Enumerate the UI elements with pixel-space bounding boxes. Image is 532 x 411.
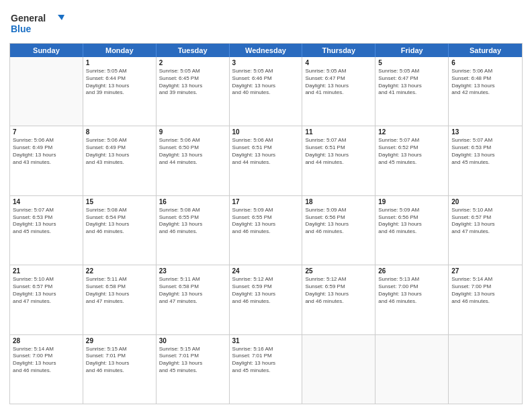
calendar-cell: 21Sunrise: 5:10 AMSunset: 6:57 PMDayligh… <box>10 265 83 334</box>
cell-info-line: Sunset: 6:57 PM <box>13 283 80 291</box>
cell-info-line: Daylight: 13 hours <box>451 83 519 90</box>
cell-info-line: Sunrise: 5:07 AM <box>305 137 372 144</box>
calendar-cell <box>449 335 522 404</box>
cell-info-line: Sunset: 6:51 PM <box>232 144 300 152</box>
day-number: 27 <box>451 267 519 275</box>
calendar-cell: 25Sunrise: 5:12 AMSunset: 6:59 PMDayligh… <box>302 265 375 334</box>
day-number: 4 <box>305 59 372 66</box>
cell-info-line: and 45 minutes. <box>13 228 80 236</box>
calendar-cell: 17Sunrise: 5:09 AMSunset: 6:55 PMDayligh… <box>230 196 303 265</box>
calendar-cell: 9Sunrise: 5:06 AMSunset: 6:50 PMDaylight… <box>157 126 230 195</box>
day-number: 24 <box>232 267 300 275</box>
day-number: 6 <box>451 59 519 66</box>
cell-info-line: Sunrise: 5:14 AM <box>451 276 519 283</box>
cell-info-line: Sunrise: 5:07 AM <box>451 137 519 144</box>
cell-info-line: and 46 minutes. <box>305 228 372 236</box>
cell-info-line: and 40 minutes. <box>232 89 300 97</box>
page: General Blue SundayMondayTuesdayWednesda… <box>0 0 532 411</box>
day-number: 26 <box>378 267 445 275</box>
cell-info-line: Daylight: 13 hours <box>451 291 519 298</box>
header-day-saturday: Saturday <box>449 44 522 57</box>
cell-info-line: Sunset: 6:49 PM <box>86 144 153 152</box>
cell-info-line: Daylight: 13 hours <box>378 83 445 90</box>
cell-info-line: Sunset: 6:59 PM <box>305 283 372 291</box>
day-number: 9 <box>159 128 226 136</box>
cell-info-line: and 44 minutes. <box>232 159 300 167</box>
cell-info-line: Sunset: 6:47 PM <box>305 75 372 83</box>
calendar-week-5: 28Sunrise: 5:14 AMSunset: 7:00 PMDayligh… <box>10 335 522 404</box>
calendar-cell: 14Sunrise: 5:07 AMSunset: 6:53 PMDayligh… <box>10 196 83 265</box>
day-number: 17 <box>232 198 300 205</box>
cell-info-line: Daylight: 13 hours <box>305 83 372 90</box>
cell-info-line: Daylight: 13 hours <box>86 83 153 90</box>
header-day-thursday: Thursday <box>302 44 375 57</box>
cell-info-line: and 47 minutes. <box>451 228 519 236</box>
cell-info-line: Daylight: 13 hours <box>159 152 226 159</box>
header-day-wednesday: Wednesday <box>230 44 303 57</box>
cell-info-line: Daylight: 13 hours <box>86 221 153 228</box>
cell-info-line: Sunrise: 5:07 AM <box>13 207 80 214</box>
calendar-cell: 6Sunrise: 5:06 AMSunset: 6:48 PMDaylight… <box>449 57 522 126</box>
cell-info-line: Sunrise: 5:09 AM <box>305 207 372 214</box>
calendar-cell: 5Sunrise: 5:05 AMSunset: 6:47 PMDaylight… <box>375 57 449 126</box>
cell-info-line: Sunset: 6:44 PM <box>86 75 153 83</box>
cell-info-line: Sunrise: 5:06 AM <box>232 137 300 144</box>
calendar-cell <box>10 57 83 126</box>
logo-content: General Blue <box>9 9 73 39</box>
cell-info-line: and 43 minutes. <box>86 159 153 167</box>
cell-info-line: Daylight: 13 hours <box>378 152 445 159</box>
cell-info-line: Sunrise: 5:13 AM <box>378 276 445 283</box>
cell-info-line: and 46 minutes. <box>305 298 372 306</box>
day-number: 16 <box>159 198 226 205</box>
cell-info-line: Sunrise: 5:14 AM <box>13 346 80 353</box>
cell-info-line: Daylight: 13 hours <box>305 291 372 298</box>
cell-info-line: Sunrise: 5:12 AM <box>305 276 372 283</box>
cell-info-line: Sunset: 7:01 PM <box>159 353 226 360</box>
calendar-cell: 15Sunrise: 5:08 AMSunset: 6:54 PMDayligh… <box>83 196 157 265</box>
cell-info-line: Daylight: 13 hours <box>305 152 372 159</box>
cell-info-line: Sunset: 6:56 PM <box>378 214 445 222</box>
calendar-cell: 7Sunrise: 5:06 AMSunset: 6:49 PMDaylight… <box>10 126 83 195</box>
cell-info-line: and 45 minutes. <box>159 367 226 375</box>
cell-info-line: and 43 minutes. <box>13 159 80 167</box>
cell-info-line: Daylight: 13 hours <box>378 221 445 228</box>
cell-info-line: Sunrise: 5:08 AM <box>86 207 153 214</box>
day-number: 13 <box>451 128 519 136</box>
cell-info-line: Daylight: 13 hours <box>378 291 445 298</box>
day-number: 25 <box>305 267 372 275</box>
calendar-cell: 10Sunrise: 5:06 AMSunset: 6:51 PMDayligh… <box>230 126 303 195</box>
cell-info-line: and 46 minutes. <box>232 228 300 236</box>
logo-svg: General Blue <box>9 9 73 36</box>
calendar-week-4: 21Sunrise: 5:10 AMSunset: 6:57 PMDayligh… <box>10 265 522 334</box>
cell-info-line: Sunset: 6:52 PM <box>378 144 445 152</box>
calendar-cell: 23Sunrise: 5:11 AMSunset: 6:58 PMDayligh… <box>157 265 230 334</box>
cell-info-line: Sunrise: 5:10 AM <box>13 276 80 283</box>
cell-info-line: Sunset: 6:54 PM <box>86 214 153 222</box>
cell-info-line: Sunrise: 5:06 AM <box>86 137 153 144</box>
header-day-tuesday: Tuesday <box>157 44 230 57</box>
calendar-cell: 1Sunrise: 5:05 AMSunset: 6:44 PMDaylight… <box>83 57 157 126</box>
cell-info-line: and 45 minutes. <box>451 159 519 167</box>
cell-info-line: Daylight: 13 hours <box>159 360 226 367</box>
calendar-cell: 16Sunrise: 5:08 AMSunset: 6:55 PMDayligh… <box>157 196 230 265</box>
calendar-cell: 27Sunrise: 5:14 AMSunset: 7:00 PMDayligh… <box>449 265 522 334</box>
calendar-cell: 26Sunrise: 5:13 AMSunset: 7:00 PMDayligh… <box>375 265 449 334</box>
day-number: 29 <box>86 337 153 345</box>
cell-info-line: Sunset: 7:01 PM <box>232 353 300 360</box>
calendar-cell <box>302 335 375 404</box>
cell-info-line: Sunset: 6:59 PM <box>232 283 300 291</box>
cell-info-line: Sunset: 6:56 PM <box>305 214 372 222</box>
calendar-cell: 13Sunrise: 5:07 AMSunset: 6:53 PMDayligh… <box>449 126 522 195</box>
header-day-monday: Monday <box>83 44 157 57</box>
cell-info-line: Sunrise: 5:05 AM <box>159 68 226 75</box>
calendar-week-1: 1Sunrise: 5:05 AMSunset: 6:44 PMDaylight… <box>10 57 522 126</box>
cell-info-line: Sunrise: 5:05 AM <box>305 68 372 75</box>
cell-info-line: Daylight: 13 hours <box>86 152 153 159</box>
header: General Blue <box>9 7 523 39</box>
cell-info-line: and 41 minutes. <box>305 89 372 97</box>
cell-info-line: Sunrise: 5:06 AM <box>451 68 519 75</box>
cell-info-line: and 45 minutes. <box>378 159 445 167</box>
calendar-cell: 11Sunrise: 5:07 AMSunset: 6:51 PMDayligh… <box>302 126 375 195</box>
day-number: 5 <box>378 59 445 66</box>
cell-info-line: and 44 minutes. <box>305 159 372 167</box>
